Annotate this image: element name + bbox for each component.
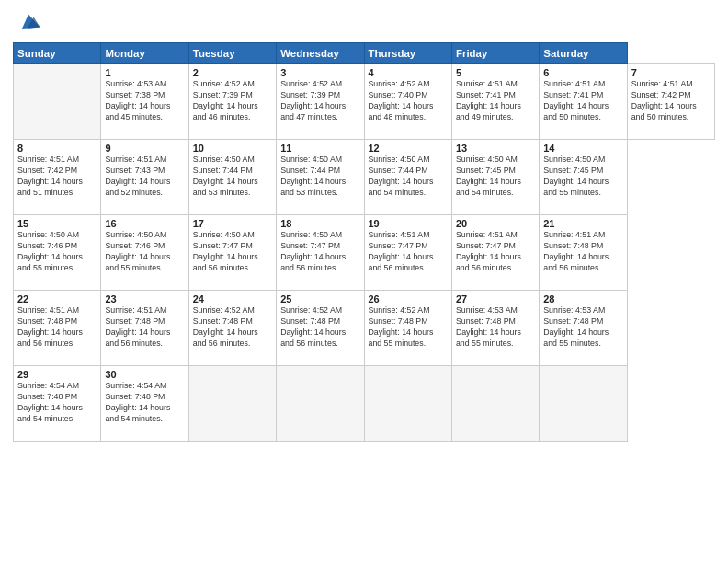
day-info: Sunrise: 4:53 AM Sunset: 7:38 PM Dayligh… xyxy=(105,79,184,123)
day-number: 16 xyxy=(105,218,184,229)
calendar-cell xyxy=(277,366,364,442)
calendar-cell: 21Sunrise: 4:51 AM Sunset: 7:48 PM Dayli… xyxy=(540,215,627,291)
calendar-cell: 15Sunrise: 4:50 AM Sunset: 7:46 PM Dayli… xyxy=(14,215,101,291)
week-row-1: 8Sunrise: 4:51 AM Sunset: 7:42 PM Daylig… xyxy=(14,140,715,215)
calendar-cell: 12Sunrise: 4:50 AM Sunset: 7:44 PM Dayli… xyxy=(364,140,451,215)
calendar-cell: 25Sunrise: 4:52 AM Sunset: 7:48 PM Dayli… xyxy=(277,291,364,366)
day-info: Sunrise: 4:52 AM Sunset: 7:40 PM Dayligh… xyxy=(369,79,448,123)
day-number: 15 xyxy=(17,218,97,229)
day-number: 21 xyxy=(543,218,622,229)
calendar-cell: 2Sunrise: 4:52 AM Sunset: 7:39 PM Daylig… xyxy=(188,64,276,140)
calendar-cell: 29Sunrise: 4:54 AM Sunset: 7:48 PM Dayli… xyxy=(14,366,101,442)
calendar-cell: 30Sunrise: 4:54 AM Sunset: 7:48 PM Dayli… xyxy=(101,366,188,442)
calendar-cell xyxy=(188,366,276,442)
day-info: Sunrise: 4:50 AM Sunset: 7:45 PM Dayligh… xyxy=(543,155,622,199)
calendar-cell: 16Sunrise: 4:50 AM Sunset: 7:46 PM Dayli… xyxy=(101,215,188,291)
calendar-cell xyxy=(451,366,539,442)
day-info: Sunrise: 4:52 AM Sunset: 7:39 PM Dayligh… xyxy=(193,79,272,123)
calendar-cell xyxy=(364,366,451,442)
calendar-cell: 6Sunrise: 4:51 AM Sunset: 7:41 PM Daylig… xyxy=(540,64,627,140)
calendar-header-row: SundayMondayTuesdayWednesdayThursdayFrid… xyxy=(14,43,715,64)
calendar-cell xyxy=(540,366,627,442)
calendar-cell: 3Sunrise: 4:52 AM Sunset: 7:39 PM Daylig… xyxy=(277,64,364,140)
day-number: 17 xyxy=(193,218,272,229)
calendar-cell: 26Sunrise: 4:52 AM Sunset: 7:48 PM Dayli… xyxy=(364,291,451,366)
day-info: Sunrise: 4:51 AM Sunset: 7:48 PM Dayligh… xyxy=(105,305,184,350)
day-number: 6 xyxy=(543,67,622,78)
calendar-cell: 17Sunrise: 4:50 AM Sunset: 7:47 PM Dayli… xyxy=(188,215,276,291)
logo xyxy=(13,9,41,35)
calendar-cell: 24Sunrise: 4:52 AM Sunset: 7:48 PM Dayli… xyxy=(188,291,276,366)
day-info: Sunrise: 4:50 AM Sunset: 7:46 PM Dayligh… xyxy=(17,230,97,274)
day-number: 20 xyxy=(456,218,535,229)
day-number: 14 xyxy=(543,143,622,154)
calendar-table: SundayMondayTuesdayWednesdayThursdayFrid… xyxy=(13,42,715,442)
day-info: Sunrise: 4:51 AM Sunset: 7:47 PM Dayligh… xyxy=(369,230,448,274)
day-number: 22 xyxy=(17,293,97,304)
week-row-0: 1Sunrise: 4:53 AM Sunset: 7:38 PM Daylig… xyxy=(14,64,715,140)
day-info: Sunrise: 4:51 AM Sunset: 7:42 PM Dayligh… xyxy=(631,79,711,123)
day-info: Sunrise: 4:50 AM Sunset: 7:44 PM Dayligh… xyxy=(280,155,359,199)
header-saturday: Saturday xyxy=(540,43,627,64)
day-info: Sunrise: 4:50 AM Sunset: 7:45 PM Dayligh… xyxy=(456,155,535,199)
day-number: 12 xyxy=(369,143,448,154)
day-info: Sunrise: 4:50 AM Sunset: 7:44 PM Dayligh… xyxy=(369,155,448,199)
day-info: Sunrise: 4:51 AM Sunset: 7:48 PM Dayligh… xyxy=(17,305,97,350)
calendar-cell: 1Sunrise: 4:53 AM Sunset: 7:38 PM Daylig… xyxy=(101,64,188,140)
header-friday: Friday xyxy=(451,43,539,64)
day-number: 8 xyxy=(17,143,97,154)
day-info: Sunrise: 4:52 AM Sunset: 7:39 PM Dayligh… xyxy=(280,79,359,123)
day-number: 10 xyxy=(193,143,272,154)
calendar-cell: 14Sunrise: 4:50 AM Sunset: 7:45 PM Dayli… xyxy=(540,140,627,215)
day-info: Sunrise: 4:53 AM Sunset: 7:48 PM Dayligh… xyxy=(456,305,535,350)
header-thursday: Thursday xyxy=(364,43,451,64)
calendar-cell xyxy=(14,64,101,140)
day-number: 30 xyxy=(105,369,184,380)
day-number: 28 xyxy=(543,293,622,304)
day-info: Sunrise: 4:52 AM Sunset: 7:48 PM Dayligh… xyxy=(193,305,272,350)
calendar-cell: 7Sunrise: 4:51 AM Sunset: 7:42 PM Daylig… xyxy=(627,64,714,140)
header-tuesday: Tuesday xyxy=(188,43,276,64)
day-number: 23 xyxy=(105,293,184,304)
calendar-cell: 27Sunrise: 4:53 AM Sunset: 7:48 PM Dayli… xyxy=(451,291,539,366)
day-number: 24 xyxy=(193,293,272,304)
day-number: 26 xyxy=(369,293,448,304)
day-number: 13 xyxy=(456,143,535,154)
calendar-cell: 13Sunrise: 4:50 AM Sunset: 7:45 PM Dayli… xyxy=(451,140,539,215)
header-sunday: Sunday xyxy=(14,43,101,64)
day-number: 4 xyxy=(369,67,448,78)
day-info: Sunrise: 4:51 AM Sunset: 7:42 PM Dayligh… xyxy=(17,155,97,199)
day-number: 29 xyxy=(17,369,97,380)
week-row-3: 22Sunrise: 4:51 AM Sunset: 7:48 PM Dayli… xyxy=(14,291,715,366)
day-info: Sunrise: 4:51 AM Sunset: 7:47 PM Dayligh… xyxy=(456,230,535,274)
calendar-cell: 5Sunrise: 4:51 AM Sunset: 7:41 PM Daylig… xyxy=(451,64,539,140)
day-number: 5 xyxy=(456,67,535,78)
calendar-cell: 8Sunrise: 4:51 AM Sunset: 7:42 PM Daylig… xyxy=(14,140,101,215)
day-info: Sunrise: 4:50 AM Sunset: 7:44 PM Dayligh… xyxy=(193,155,272,199)
day-info: Sunrise: 4:54 AM Sunset: 7:48 PM Dayligh… xyxy=(17,381,97,425)
day-info: Sunrise: 4:50 AM Sunset: 7:46 PM Dayligh… xyxy=(105,230,184,274)
calendar-cell: 23Sunrise: 4:51 AM Sunset: 7:48 PM Dayli… xyxy=(101,291,188,366)
logo-icon xyxy=(16,9,41,35)
calendar-cell: 9Sunrise: 4:51 AM Sunset: 7:43 PM Daylig… xyxy=(101,140,188,215)
day-info: Sunrise: 4:51 AM Sunset: 7:41 PM Dayligh… xyxy=(543,79,622,123)
day-info: Sunrise: 4:51 AM Sunset: 7:48 PM Dayligh… xyxy=(543,230,622,274)
day-number: 9 xyxy=(105,143,184,154)
header xyxy=(13,9,715,35)
week-row-2: 15Sunrise: 4:50 AM Sunset: 7:46 PM Dayli… xyxy=(14,215,715,291)
day-number: 27 xyxy=(456,293,535,304)
day-info: Sunrise: 4:53 AM Sunset: 7:48 PM Dayligh… xyxy=(543,305,622,350)
week-row-4: 29Sunrise: 4:54 AM Sunset: 7:48 PM Dayli… xyxy=(14,366,715,442)
header-monday: Monday xyxy=(101,43,188,64)
calendar-cell: 20Sunrise: 4:51 AM Sunset: 7:47 PM Dayli… xyxy=(451,215,539,291)
calendar-cell: 11Sunrise: 4:50 AM Sunset: 7:44 PM Dayli… xyxy=(277,140,364,215)
page: SundayMondayTuesdayWednesdayThursdayFrid… xyxy=(0,0,728,563)
day-number: 19 xyxy=(369,218,448,229)
day-info: Sunrise: 4:51 AM Sunset: 7:43 PM Dayligh… xyxy=(105,155,184,199)
day-info: Sunrise: 4:51 AM Sunset: 7:41 PM Dayligh… xyxy=(456,79,535,123)
day-number: 11 xyxy=(280,143,359,154)
day-number: 25 xyxy=(280,293,359,304)
calendar-cell: 28Sunrise: 4:53 AM Sunset: 7:48 PM Dayli… xyxy=(540,291,627,366)
day-number: 1 xyxy=(105,67,184,78)
calendar-cell: 18Sunrise: 4:50 AM Sunset: 7:47 PM Dayli… xyxy=(277,215,364,291)
